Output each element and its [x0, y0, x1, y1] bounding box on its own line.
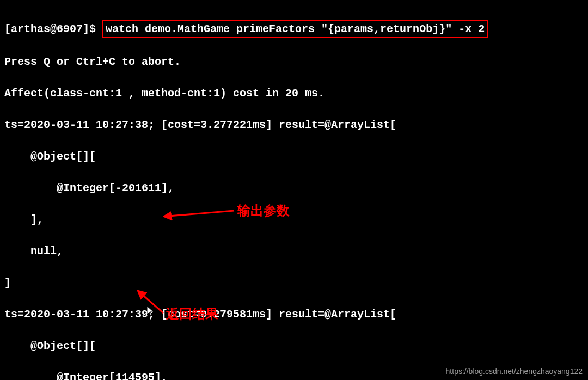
annotation-output-params: 输出参数	[237, 201, 290, 220]
output-line: ts=2020-03-11 10:27:39; [cost=0.279581ms…	[4, 307, 584, 322]
terminal-output: [arthas@6907]$ watch demo.MathGame prime…	[4, 4, 584, 380]
output-line: null,	[4, 243, 584, 259]
output-line: Press Q or Ctrl+C to abort.	[4, 54, 584, 70]
prompt: [arthas@6907]$	[4, 23, 102, 35]
output-line: ts=2020-03-11 10:27:38; [cost=3.277221ms…	[4, 117, 584, 133]
output-line: ]	[4, 275, 584, 291]
output-line: @Integer[-201611],	[4, 180, 584, 196]
prompt-line: [arthas@6907]$ watch demo.MathGame prime…	[4, 20, 584, 38]
watermark: https://blog.csdn.net/zhengzhaoyang122	[446, 366, 583, 377]
annotation-return-result: 返回结果	[166, 305, 218, 324]
output-line: Affect(class-cnt:1 , method-cnt:1) cost …	[4, 85, 584, 101]
output-line: @Object[][	[4, 338, 584, 354]
output-line: @Object[][	[4, 149, 584, 164]
cursor-icon	[147, 306, 156, 321]
output-line: ],	[4, 212, 584, 228]
command-highlight-box: watch demo.MathGame primeFactors "{param…	[102, 20, 488, 38]
command-text: watch demo.MathGame primeFactors "{param…	[106, 23, 485, 35]
